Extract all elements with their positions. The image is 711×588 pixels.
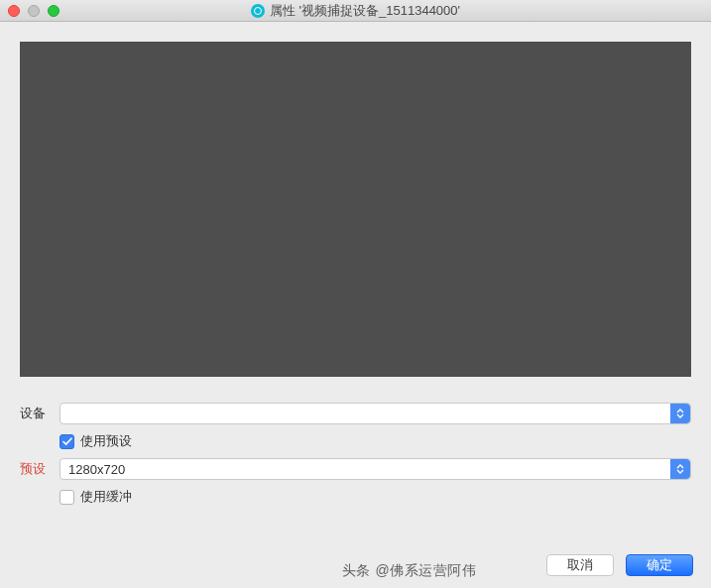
use-buffer-label: 使用缓冲 bbox=[80, 488, 132, 506]
chevron-updown-icon bbox=[670, 459, 690, 479]
device-label: 设备 bbox=[20, 405, 59, 422]
use-preset-checkbox[interactable] bbox=[59, 434, 74, 449]
video-preview bbox=[20, 42, 691, 377]
content-area: 设备 使用预设 预设 1280x720 bbox=[0, 22, 711, 506]
dialog-footer: 取消 确定 bbox=[546, 554, 693, 576]
titlebar: 属性 '视频捕捉设备_1511344000' bbox=[0, 0, 711, 22]
window-title: 属性 '视频捕捉设备_1511344000' bbox=[270, 2, 460, 20]
preset-select-value: 1280x720 bbox=[68, 462, 125, 477]
maximize-window-button[interactable] bbox=[48, 5, 59, 17]
preset-row: 预设 1280x720 bbox=[20, 458, 691, 480]
chevron-updown-icon bbox=[670, 404, 690, 423]
cancel-button[interactable]: 取消 bbox=[546, 554, 614, 576]
preset-label: 预设 bbox=[20, 460, 59, 478]
use-preset-label: 使用预设 bbox=[80, 432, 132, 450]
cancel-button-label: 取消 bbox=[567, 556, 593, 574]
ok-button-label: 确定 bbox=[647, 556, 672, 574]
minimize-window-button[interactable] bbox=[28, 5, 40, 17]
preset-select[interactable]: 1280x720 bbox=[59, 458, 691, 480]
device-row: 设备 bbox=[20, 403, 691, 424]
app-icon bbox=[251, 4, 265, 18]
close-window-button[interactable] bbox=[8, 5, 20, 17]
use-buffer-row: 使用缓冲 bbox=[59, 488, 691, 506]
properties-form: 设备 使用预设 预设 1280x720 bbox=[20, 403, 691, 506]
traffic-lights bbox=[0, 5, 59, 17]
use-preset-row: 使用预设 bbox=[59, 432, 691, 450]
device-select[interactable] bbox=[59, 403, 691, 424]
use-buffer-checkbox[interactable] bbox=[59, 490, 74, 505]
watermark-text: 头条 @佛系运营阿伟 bbox=[342, 562, 476, 580]
ok-button[interactable]: 确定 bbox=[626, 554, 693, 576]
